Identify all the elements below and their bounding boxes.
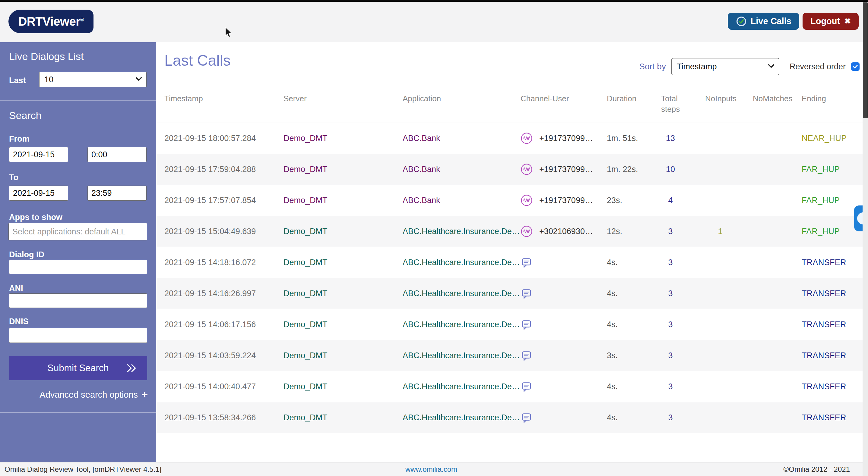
col-nomatches[interactable]: NoMatches [753,93,802,104]
cell-application-link[interactable]: ABC.Healthcare.Insurance.De… [403,289,521,298]
cell-timestamp: 2021-09-15 15:04:49.639 [164,227,283,236]
drtviewer-logo[interactable]: DRTViewer® [8,10,93,33]
cell-application-link[interactable]: ABC.Bank [403,134,521,143]
cell-duration: 4s. [607,258,661,267]
search-title: Search [9,110,42,122]
ani-input[interactable] [9,294,147,308]
cell-duration: 1m. 51s. [607,134,661,143]
reversed-order-label: Reversed order [789,62,846,71]
app-header: DRTViewer® Live Calls Logout ✖ [0,2,868,42]
col-channel-user[interactable]: Channel-User [521,93,607,104]
col-ending[interactable]: Ending [802,93,863,104]
cell-total-steps: 3 [661,351,680,360]
sidebar: Live Dialogs List Last 10 Search From To… [0,42,156,463]
table-row[interactable]: 2021-09-15 18:00:57.284 Demo_DMT ABC.Ban… [156,123,863,154]
ani-label: ANI [9,284,23,293]
cell-channel-user [521,319,607,330]
dialog-id-input[interactable] [9,260,147,274]
sort-by-select[interactable]: Timestamp [671,58,779,75]
table-row[interactable]: 2021-09-15 17:57:07.854 Demo_DMT ABC.Ban… [156,185,863,216]
cell-timestamp: 2021-09-15 18:00:57.284 [164,134,283,143]
sort-by-value: Timestamp [677,62,717,71]
last-count-select[interactable]: 10 [39,72,147,88]
close-icon: ✖ [844,16,851,26]
table-row[interactable]: 2021-09-15 14:06:17.156 Demo_DMT ABC.Hea… [156,309,863,340]
cell-total-steps: 13 [661,134,680,143]
scrollbar-thumb[interactable] [863,2,868,118]
col-timestamp[interactable]: Timestamp [164,93,283,104]
reversed-order-checkbox[interactable] [851,62,860,71]
cell-server-link[interactable]: Demo_DMT [283,227,403,236]
cell-channel-user: +191737099… [521,194,607,206]
cell-server-link[interactable]: Demo_DMT [283,134,403,143]
apps-select-input[interactable] [8,223,147,240]
footer-website-link[interactable]: www.omilia.com [0,465,863,474]
cell-server-link[interactable]: Demo_DMT [283,351,403,360]
dnis-input[interactable] [9,328,147,343]
table-row[interactable]: 2021-09-15 14:03:59.224 Demo_DMT ABC.Hea… [156,340,863,371]
chat-icon [521,412,532,423]
table-row[interactable]: 2021-09-15 17:59:04.288 Demo_DMT ABC.Ban… [156,154,863,185]
submit-search-button[interactable]: Submit Search [9,356,147,380]
cell-ending: TRANSFER [802,351,863,360]
cell-server-link[interactable]: Demo_DMT [283,320,403,329]
col-noinputs[interactable]: NoInputs [705,93,753,104]
logout-button[interactable]: Logout ✖ [803,13,859,30]
cell-total-steps: 4 [661,196,680,205]
cell-total-steps: 3 [661,382,680,392]
cell-duration: 1m. 22s. [607,165,661,174]
from-time-input[interactable] [88,147,147,162]
cell-server-link[interactable]: Demo_DMT [283,196,403,205]
cell-application-link[interactable]: ABC.Healthcare.Insurance.De… [403,320,521,329]
cell-duration: 4s. [607,320,661,329]
table-row[interactable]: 2021-09-15 15:04:49.639 Demo_DMT ABC.Hea… [156,216,863,247]
advanced-search-options-link[interactable]: Advanced search options + [39,389,148,400]
cell-application-link[interactable]: ABC.Healthcare.Insurance.De… [403,413,521,422]
cell-total-steps: 3 [661,227,680,236]
cell-server-link[interactable]: Demo_DMT [283,289,403,298]
scrollbar[interactable] [863,2,868,476]
cell-application-link[interactable]: ABC.Bank [403,165,521,174]
table-row[interactable]: 2021-09-15 14:16:26.997 Demo_DMT ABC.Hea… [156,278,863,309]
to-label: To [9,173,19,182]
voice-call-icon [521,194,533,206]
cell-application-link[interactable]: ABC.Healthcare.Insurance.De… [403,351,521,360]
cell-channel-user: +191737099… [521,163,607,175]
cell-ending: TRANSFER [802,289,863,298]
cell-server-link[interactable]: Demo_DMT [283,382,403,392]
col-server[interactable]: Server [283,93,403,104]
live-calls-button[interactable]: Live Calls [728,13,799,30]
cell-application-link[interactable]: ABC.Healthcare.Insurance.De… [403,227,521,236]
last-calls-table: Timestamp Server Application Channel-Use… [156,90,863,433]
cell-channel-user [521,257,607,268]
cell-timestamp: 2021-09-15 14:06:17.156 [164,320,283,329]
floating-tab-icon [857,212,863,225]
table-row[interactable]: 2021-09-15 14:18:16.072 Demo_DMT ABC.Hea… [156,247,863,278]
cell-user-id: +191737099… [539,196,593,205]
to-date-input[interactable] [9,185,68,201]
table-body: 2021-09-15 18:00:57.284 Demo_DMT ABC.Ban… [156,123,863,433]
floating-help-tab[interactable] [854,205,863,231]
cell-application-link[interactable]: ABC.Healthcare.Insurance.De… [403,258,521,267]
to-time-input[interactable] [88,185,147,201]
col-total-steps[interactable]: Total steps [661,93,688,114]
cell-duration: 3s. [607,351,661,360]
table-row[interactable]: 2021-09-15 13:58:34.266 Demo_DMT ABC.Hea… [156,402,863,433]
cell-server-link[interactable]: Demo_DMT [283,413,403,422]
cell-ending: TRANSFER [802,320,863,329]
col-duration[interactable]: Duration [607,93,661,104]
cell-application-link[interactable]: ABC.Healthcare.Insurance.De… [403,382,521,392]
cell-server-link[interactable]: Demo_DMT [283,258,403,267]
from-date-input[interactable] [9,147,68,162]
col-application[interactable]: Application [403,93,521,104]
live-dialogs-title: Live Dialogs List [9,50,84,62]
cell-total-steps: 3 [661,320,680,329]
cell-application-link[interactable]: ABC.Bank [403,196,521,205]
table-row[interactable]: 2021-09-15 14:00:40.477 Demo_DMT ABC.Hea… [156,371,863,402]
cell-user-id: +191737099… [539,134,593,143]
check-circle-icon [736,16,747,27]
cell-server-link[interactable]: Demo_DMT [283,165,403,174]
cell-channel-user [521,412,607,423]
cell-total-steps: 3 [661,289,680,298]
cell-ending: NEAR_HUP [802,134,863,143]
